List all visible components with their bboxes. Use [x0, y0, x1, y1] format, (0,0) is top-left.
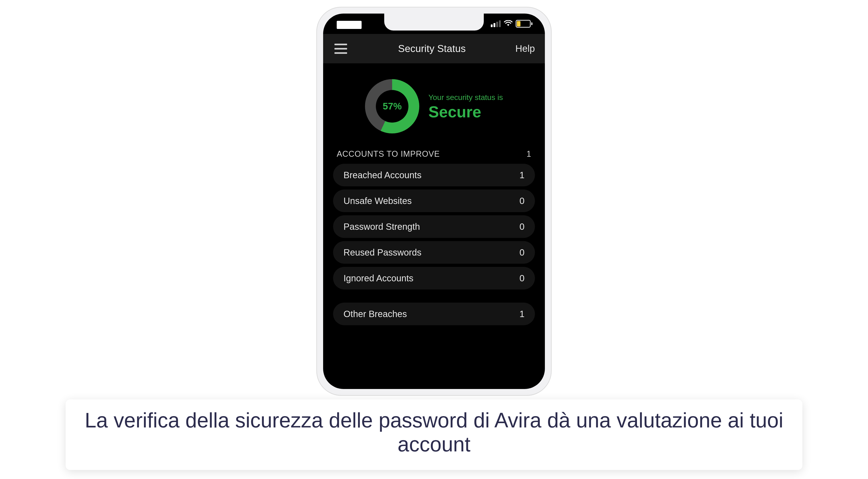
row-password-strength[interactable]: Password Strength 0: [333, 215, 535, 238]
battery-icon: [516, 20, 532, 28]
nav-bar: Security Status Help: [323, 34, 545, 63]
phone-mockup: Security Status Help 57% Your security s…: [316, 7, 552, 396]
section-count: 1: [527, 149, 531, 159]
caption-card: La verifica della sicurezza delle passwo…: [66, 400, 802, 470]
menu-button[interactable]: [332, 41, 349, 56]
help-button[interactable]: Help: [515, 42, 536, 55]
row-label: Password Strength: [343, 222, 420, 232]
wifi-icon: [504, 20, 513, 27]
caption-text: La verifica della sicurezza delle passwo…: [84, 409, 784, 456]
content-area: 57% Your security status is Secure ACCOU…: [323, 63, 545, 389]
status-value: Secure: [428, 104, 481, 120]
row-label: Reused Passwords: [343, 247, 422, 258]
row-label: Other Breaches: [343, 309, 407, 319]
row-count: 0: [520, 247, 525, 258]
section-title: ACCOUNTS TO IMPROVE: [337, 149, 440, 159]
security-gauge-icon: 57%: [365, 79, 419, 133]
row-other-breaches[interactable]: Other Breaches 1: [333, 302, 535, 325]
accounts-list: Breached Accounts 1 Unsafe Websites 0 Pa…: [323, 164, 545, 325]
row-reused-passwords[interactable]: Reused Passwords 0: [333, 241, 535, 264]
row-label: Breached Accounts: [343, 170, 422, 180]
section-header: ACCOUNTS TO IMPROVE 1: [323, 149, 545, 159]
row-count: 1: [520, 309, 525, 319]
row-breached-accounts[interactable]: Breached Accounts 1: [333, 164, 535, 186]
status-icons: [491, 20, 532, 28]
page-title: Security Status: [398, 43, 466, 54]
row-unsafe-websites[interactable]: Unsafe Websites 0: [333, 190, 535, 212]
cellular-signal-icon: [491, 20, 501, 27]
phone-notch: [384, 13, 484, 31]
row-count: 0: [520, 222, 525, 232]
row-ignored-accounts[interactable]: Ignored Accounts 0: [333, 267, 535, 289]
status-caption: Your security status is: [428, 93, 503, 102]
row-label: Unsafe Websites: [343, 196, 412, 206]
status-hero: 57% Your security status is Secure: [323, 70, 545, 149]
screen: Security Status Help 57% Your security s…: [323, 13, 545, 389]
row-label: Ignored Accounts: [343, 273, 413, 283]
gauge-percent: 57%: [365, 79, 419, 133]
row-count: 0: [520, 273, 525, 283]
row-count: 1: [520, 170, 525, 180]
row-count: 0: [520, 196, 525, 206]
status-time-block: [337, 21, 362, 29]
